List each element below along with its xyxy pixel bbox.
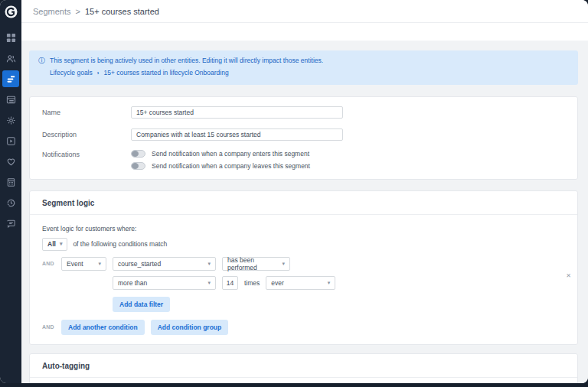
users-icon[interactable] xyxy=(2,50,19,67)
caret-down-icon: ▾ xyxy=(207,261,211,267)
notifications-label: Notifications xyxy=(42,150,131,158)
match-mode-select[interactable]: All ▾ xyxy=(42,238,67,251)
caret-down-icon: ▾ xyxy=(98,261,101,267)
breadcrumb-current: 15+ courses started xyxy=(85,7,159,16)
chat-icon[interactable] xyxy=(2,215,19,232)
sub-header-strip xyxy=(21,23,588,41)
segment-details-card: Name Description Notifications Send noti… xyxy=(29,96,578,180)
notify-enters-label: Send notification when a company enters … xyxy=(152,150,309,158)
usage-warning-banner: ⓘ This segment is being actively used in… xyxy=(29,50,578,85)
description-input[interactable] xyxy=(131,128,343,141)
condition-type-select[interactable]: Event ▾ xyxy=(61,257,106,271)
and-label: AND xyxy=(42,324,55,330)
logic-intro-text: Event logic for customers where: xyxy=(42,225,565,233)
segment-logic-card: Segment logic Event logic for customers … xyxy=(29,190,578,345)
comparator-select[interactable]: more than ▾ xyxy=(113,276,216,290)
segment-logic-title: Segment logic xyxy=(30,191,577,215)
match-suffix-text: of the following conditions match xyxy=(73,240,167,248)
app-window: Segments > 15+ courses started ⓘ This se… xyxy=(0,0,588,383)
history-icon[interactable] xyxy=(2,194,19,211)
sidebar xyxy=(0,0,21,383)
apps-grid-icon[interactable] xyxy=(2,29,19,46)
auto-tagging-card: Auto-tagging Tag companies in this segme… xyxy=(29,353,578,383)
top-bar: Segments > 15+ courses started xyxy=(21,0,588,23)
and-label: AND xyxy=(42,261,55,266)
notify-leaves-label: Send notification when a company leaves … xyxy=(152,162,310,170)
list-icon[interactable] xyxy=(2,91,19,108)
caret-down-icon: ▾ xyxy=(207,280,211,286)
name-label: Name xyxy=(42,109,131,116)
period-select[interactable]: ever ▾ xyxy=(266,276,335,290)
heart-icon[interactable] xyxy=(2,153,19,170)
count-input[interactable] xyxy=(222,276,238,290)
add-another-condition-button[interactable]: Add another condition xyxy=(61,320,145,335)
lifecycle-usage-link[interactable]: 15+ courses started in lifecycle Onboard… xyxy=(103,69,228,77)
content-area: ⓘ This segment is being actively used in… xyxy=(21,41,588,383)
times-label: times xyxy=(244,279,260,287)
condition-row-2: more than ▾ times ever ▾ xyxy=(113,276,565,290)
calculator-icon[interactable] xyxy=(2,174,19,190)
main-area: Segments > 15+ courses started ⓘ This se… xyxy=(21,0,588,383)
breadcrumb-separator: > xyxy=(76,7,80,16)
performed-select[interactable]: has been performed ▾ xyxy=(222,257,290,271)
caret-down-icon: ▾ xyxy=(282,261,285,267)
caret-down-icon: ▾ xyxy=(60,241,63,247)
gear-icon[interactable] xyxy=(2,112,19,128)
notify-enters-toggle[interactable] xyxy=(131,150,145,158)
banner-message: This segment is being actively used in o… xyxy=(50,57,323,65)
play-icon[interactable] xyxy=(2,132,19,149)
info-icon: ⓘ xyxy=(38,57,45,65)
auto-tagging-title: Auto-tagging xyxy=(30,354,577,378)
banner-separator: › xyxy=(97,70,100,78)
breadcrumb-segments-link[interactable]: Segments xyxy=(33,7,71,16)
condition-row-1: AND Event ▾ course_started ▾ has been pe… xyxy=(42,257,565,271)
caret-down-icon: ▾ xyxy=(328,280,331,286)
breadcrumb: Segments > 15+ courses started xyxy=(33,7,159,16)
notify-leaves-toggle[interactable] xyxy=(131,162,145,170)
event-name-select[interactable]: course_started ▾ xyxy=(113,257,216,271)
add-data-filter-button[interactable]: Add data filter xyxy=(113,297,170,312)
description-label: Description xyxy=(42,131,131,138)
add-condition-group-button[interactable]: Add condition group xyxy=(151,320,229,335)
lifecycle-goals-link[interactable]: Lifecycle goals xyxy=(50,69,93,77)
name-input[interactable] xyxy=(131,106,343,119)
sidebar-item-segments[interactable] xyxy=(2,70,19,87)
remove-condition-icon[interactable]: ✕ xyxy=(566,273,571,279)
app-logo-icon[interactable] xyxy=(5,5,18,18)
